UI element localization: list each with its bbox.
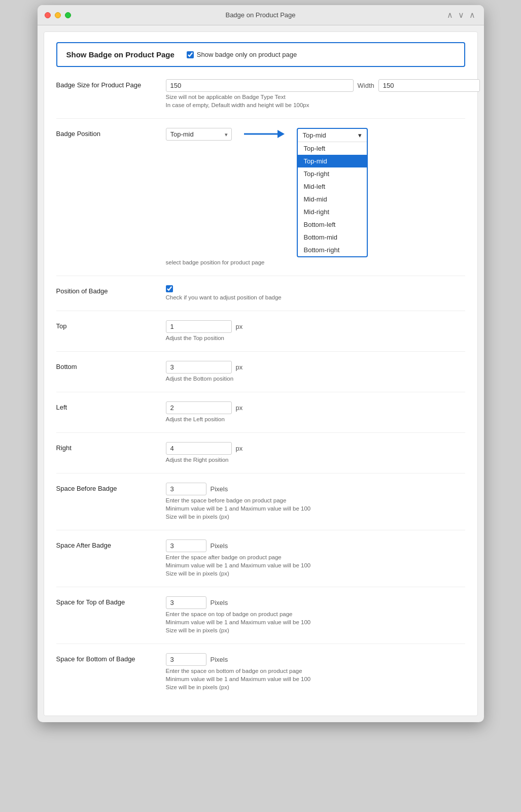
- space-before-hint2: Minimum value will be 1 and Maximum valu…: [166, 505, 465, 512]
- bottom-px-label: px: [236, 363, 243, 371]
- top-row: Top px Adjust the Top position: [56, 320, 465, 341]
- space-bottom-pixels-label: Pixels: [211, 656, 228, 663]
- badge-size-label: Badge Size for Product Page: [56, 79, 158, 89]
- dropdown-item-topmid[interactable]: Top-mid: [298, 155, 367, 167]
- space-after-pixels-label: Pixels: [211, 542, 228, 550]
- main-content: Show Badge on Product Page Show badge on…: [44, 31, 478, 716]
- dropdown-item-bottomleft[interactable]: Bottom-left: [298, 218, 367, 231]
- left-hint: Adjust the Left position: [166, 416, 465, 422]
- bottom-label: Bottom: [56, 361, 158, 370]
- dropdown-selected-text: Top-mid: [303, 131, 326, 139]
- top-hint: Adjust the Top position: [166, 335, 465, 341]
- space-before-badge-control: Pixels Enter the space before badge on p…: [166, 483, 465, 520]
- badge-width-input[interactable]: [166, 79, 354, 92]
- show-badge-only-label[interactable]: Show badge only on product page: [187, 51, 297, 58]
- right-hint: Adjust the Right position: [166, 457, 465, 463]
- space-after-badge-input[interactable]: [166, 539, 206, 552]
- dropdown-item-topright[interactable]: Top-right: [298, 167, 367, 180]
- space-after-hint1: Enter the space after badge on product p…: [166, 554, 465, 560]
- dropdown-item-midleft[interactable]: Mid-left: [298, 180, 367, 193]
- top-control: px Adjust the Top position: [166, 320, 465, 341]
- position-of-badge-hint: Check if you want to adjust position of …: [166, 294, 465, 300]
- space-before-hint1: Enter the space before badge on product …: [166, 497, 465, 503]
- space-bottom-input-row: Pixels: [166, 653, 465, 666]
- dropdown-expanded: Top-mid ▾ Top-left Top-mid Top-right Mid…: [297, 128, 368, 257]
- show-badge-section: Show Badge on Product Page Show badge on…: [56, 42, 465, 67]
- badge-size-hint2: In case of empty, Default width and heig…: [166, 102, 484, 108]
- arrow-icon: [244, 129, 285, 139]
- right-input[interactable]: [166, 442, 232, 455]
- space-top-pixels-label: Pixels: [211, 599, 228, 606]
- dropdown-header[interactable]: Top-mid ▾: [298, 129, 367, 142]
- dropdown-item-topleft[interactable]: Top-left: [298, 142, 367, 155]
- space-before-pixels-label: Pixels: [211, 485, 228, 493]
- space-after-hint3: Size will be in pixels (px): [166, 570, 465, 577]
- space-top-badge-row: Space for Top of Badge Pixels Enter the …: [56, 596, 465, 633]
- space-top-hint2: Minimum value will be 1 and Maximum valu…: [166, 619, 465, 625]
- show-badge-only-text: Show badge only on product page: [197, 51, 297, 58]
- top-input-row: px: [166, 320, 465, 333]
- dropdown-item-bottomright[interactable]: Bottom-right: [298, 244, 367, 256]
- dropdown-item-midmid[interactable]: Mid-mid: [298, 193, 367, 206]
- show-badge-title: Show Badge on Product Page: [66, 50, 175, 59]
- bottom-control: px Adjust the Bottom position: [166, 361, 465, 382]
- space-after-input-row: Pixels: [166, 539, 465, 552]
- titlebar: Badge on Product Page ∧ ∨ ∧: [38, 5, 484, 25]
- space-before-badge-row: Space Before Badge Pixels Enter the spac…: [56, 483, 465, 520]
- left-input[interactable]: [166, 401, 232, 414]
- bottom-input[interactable]: [166, 361, 232, 374]
- badge-position-control: Top-mid Top-left Top-right Mid-left Mid-…: [166, 128, 465, 265]
- position-of-badge-label: Position of Badge: [56, 285, 158, 295]
- space-before-input-row: Pixels: [166, 483, 465, 495]
- position-of-badge-row: Position of Badge Check if you want to a…: [56, 285, 465, 300]
- position-of-badge-checkbox[interactable]: [166, 285, 173, 292]
- space-bottom-hint2: Minimum value will be 1 and Maximum valu…: [166, 676, 465, 682]
- space-bottom-badge-label: Space for Bottom of Badge: [56, 653, 158, 663]
- left-row: Left px Adjust the Left position: [56, 401, 465, 422]
- minimize-button[interactable]: [55, 12, 61, 18]
- bottom-hint: Adjust the Bottom position: [166, 376, 465, 382]
- dropdown-item-bottommid[interactable]: Bottom-mid: [298, 231, 367, 244]
- badge-position-label: Badge Position: [56, 128, 158, 138]
- left-px-label: px: [236, 404, 243, 412]
- badge-height-input[interactable]: [378, 79, 480, 92]
- close-button[interactable]: [45, 12, 51, 18]
- space-top-badge-input[interactable]: [166, 596, 206, 609]
- chevron-down-icon[interactable]: ∨: [457, 10, 466, 20]
- left-label: Left: [56, 401, 158, 411]
- badge-size-inputs: Width Height: [166, 79, 484, 92]
- space-top-hint3: Size will be in pixels (px): [166, 627, 465, 633]
- top-label: Top: [56, 320, 158, 330]
- space-bottom-badge-control: Pixels Enter the space on bottom of badg…: [166, 653, 465, 690]
- chevron-up-icon[interactable]: ∧: [445, 10, 455, 20]
- space-bottom-badge-input[interactable]: [166, 653, 206, 666]
- badge-position-row: Badge Position Top-mid Top-left Top-righ…: [56, 128, 465, 265]
- badge-position-inner: Top-mid Top-left Top-right Mid-left Mid-…: [166, 128, 465, 257]
- space-after-badge-row: Space After Badge Pixels Enter the space…: [56, 539, 465, 577]
- space-after-hint2: Minimum value will be 1 and Maximum valu…: [166, 562, 465, 568]
- space-top-input-row: Pixels: [166, 596, 465, 609]
- position-checkbox-row: [166, 285, 465, 292]
- top-input[interactable]: [166, 320, 232, 333]
- space-bottom-hint1: Enter the space on bottom of badge on pr…: [166, 668, 465, 674]
- space-before-badge-label: Space Before Badge: [56, 483, 158, 492]
- space-bottom-badge-row: Space for Bottom of Badge Pixels Enter t…: [56, 653, 465, 690]
- right-label: Right: [56, 442, 158, 452]
- space-top-hint1: Enter the space on top of badge on produ…: [166, 611, 465, 617]
- badge-position-select[interactable]: Top-mid Top-left Top-right Mid-left Mid-…: [166, 128, 232, 141]
- arrow-container: [244, 128, 285, 139]
- badge-position-select-wrapper: Top-mid Top-left Top-right Mid-left Mid-…: [166, 128, 232, 141]
- space-before-badge-input[interactable]: [166, 483, 206, 495]
- bottom-input-row: px: [166, 361, 465, 374]
- expand-icon[interactable]: ∧: [468, 10, 477, 20]
- badge-size-control: Width Height Size will not be applicable…: [166, 79, 484, 108]
- right-row: Right px Adjust the Right position: [56, 442, 465, 463]
- window-title: Badge on Product Page: [225, 11, 295, 19]
- maximize-button[interactable]: [65, 12, 71, 18]
- show-badge-only-checkbox[interactable]: [187, 51, 194, 58]
- width-label: Width: [358, 82, 374, 89]
- badge-size-hint1: Size will not be applicable on Badge Typ…: [166, 94, 484, 100]
- dropdown-item-midright[interactable]: Mid-right: [298, 206, 367, 218]
- space-bottom-hint3: Size will be in pixels (px): [166, 684, 465, 690]
- right-px-label: px: [236, 445, 243, 452]
